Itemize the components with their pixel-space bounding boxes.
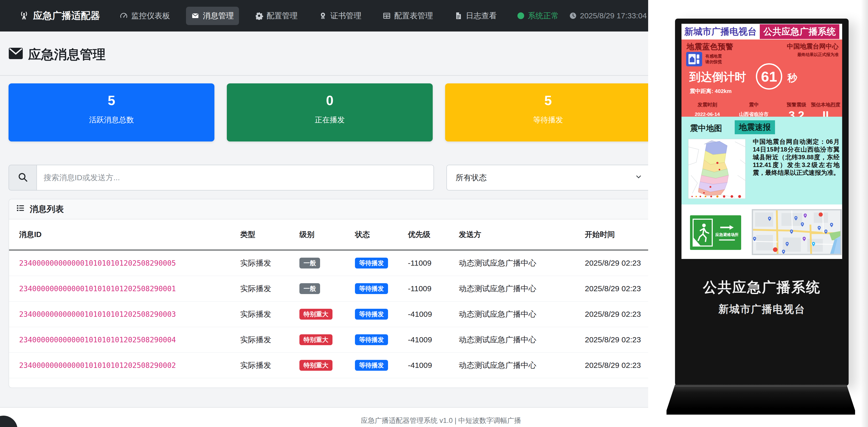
cell-type: 实际播发: [240, 360, 300, 371]
list-icon: [16, 203, 25, 215]
stat-value: 0: [326, 94, 334, 107]
alert-tip-icon: [686, 52, 702, 66]
cell-sender: 动态测试应急广播中心: [459, 335, 585, 345]
status-filter-select[interactable]: 所有状态: [446, 165, 648, 191]
epicenter-map-title: 震中地图: [690, 123, 722, 134]
footer-text: 应急广播适配器管理系统 v1.0 | 中短波数字调幅广播: [361, 416, 521, 425]
nav-label: 配置表管理: [394, 10, 433, 21]
kiosk-body: 新城市广播电视台 公共应急广播系统 地震蓝色预警 中国地震台网中心 最终结果以正…: [675, 19, 848, 386]
cell-priority: -11009: [408, 284, 459, 293]
col-header-id: 消息ID: [19, 230, 240, 240]
system-status-label: 系统正常: [528, 10, 559, 21]
message-list-panel: 消息列表 消息ID 类型 级别 状态 优先级 发送方 开始时间 23400000…: [8, 199, 648, 388]
street-map: [752, 209, 842, 255]
cell-start-time: 2025/8/29 02:23: [585, 361, 648, 370]
page-title: 应急消息管理: [8, 46, 106, 63]
epicenter-map: [688, 139, 746, 199]
sign-corner-wedge: [693, 238, 700, 245]
kiosk-stand-title: 公共应急广播系统: [675, 278, 848, 297]
photo-edge-shade: [861, 0, 868, 427]
certificate-icon: [319, 11, 327, 20]
kiosk-system-title: 公共应急广播系统: [760, 24, 839, 39]
cell-sender: 动态测试应急广播中心: [459, 284, 585, 294]
cell-type: 实际播发: [240, 309, 300, 320]
status-badge: 等待播发: [355, 334, 388, 345]
page-title-text: 应急消息管理: [28, 46, 106, 63]
table-row[interactable]: 234000000000000101010101202508290005 实际播…: [9, 251, 648, 276]
table-row[interactable]: 234000000000000101010101202508290002 实际播…: [9, 353, 648, 378]
nav-item-logs[interactable]: 日志查看: [449, 7, 502, 25]
emergency-shelter-sign: 应急避难场所: [690, 215, 741, 250]
cell-sender: 动态测试应急广播中心: [459, 360, 585, 371]
message-list-header: 消息列表: [9, 199, 648, 220]
col-header-start: 开始时间: [585, 230, 648, 240]
nav-item-config-tables[interactable]: 配置表管理: [377, 7, 438, 25]
alert-col-label: 震中: [735, 101, 773, 108]
level-badge: 特别重大: [300, 334, 333, 345]
stat-card-broadcasting: 0 正在播发: [227, 84, 433, 141]
status-badge: 等待播发: [355, 309, 388, 320]
col-header-sender: 发送方: [459, 230, 585, 240]
table-header-row: 消息ID 类型 级别 状态 优先级 发送方 开始时间: [9, 220, 648, 251]
search-addon: [8, 165, 36, 191]
dashboard-icon: [120, 11, 128, 20]
chevron-down-icon: [635, 173, 643, 183]
system-status: 系统正常: [518, 10, 559, 21]
cell-start-time: 2025/8/29 02:23: [585, 335, 648, 344]
search-group: [8, 165, 434, 191]
envelope-title-icon: [8, 47, 23, 62]
stat-label: 正在播发: [315, 115, 345, 125]
alert-col-label: 发震时刻: [689, 101, 725, 108]
file-text-icon: [454, 11, 462, 20]
alert-tip-text: 有感地震 请勿惊慌: [705, 54, 722, 65]
status-badge: 等待播发: [355, 283, 388, 294]
message-id-link[interactable]: 234000000000000101010101202508290005: [19, 259, 176, 267]
earthquake-alert-section: 地震蓝色预警 中国地震台网中心 最终结果以正式报为准: [681, 39, 842, 117]
nav-item-dashboard[interactable]: 监控仪表板: [115, 7, 175, 25]
table-row[interactable]: 234000000000000101010101202508290004 实际播…: [9, 327, 648, 353]
alert-title: 地震蓝色预警: [687, 41, 733, 52]
screenshot-root: 应急广播适配器 监控仪表板 消息管理: [0, 0, 868, 427]
status-filter-value: 所有状态: [456, 172, 487, 183]
nav-label: 消息管理: [203, 10, 234, 21]
countdown-value: 61: [756, 63, 782, 90]
alert-tip-line2: 请勿惊慌: [705, 59, 722, 65]
navbar-clock: 2025/8/29 17:33:04: [569, 11, 647, 20]
alert-agency-note: 最终结果以正式报为准: [787, 52, 839, 58]
running-man-icon: [692, 219, 713, 247]
col-header-priority: 优先级: [408, 230, 459, 240]
alert-agency: 中国地震台网中心 最终结果以正式报为准: [787, 42, 839, 58]
broadcast-tower-icon: [19, 11, 29, 21]
level-badge: 一般: [300, 283, 320, 294]
table-icon: [382, 11, 391, 20]
message-id-link[interactable]: 234000000000000101010101202508290004: [19, 336, 176, 344]
evacuation-section: 应急避难场所: [681, 204, 842, 259]
message-id-link[interactable]: 234000000000000101010101202508290002: [19, 361, 176, 370]
clock-icon: [569, 12, 577, 20]
kiosk-screen-header: 新城市广播电视台 公共应急广播系统: [681, 24, 842, 39]
nav-item-config[interactable]: 配置管理: [250, 7, 303, 25]
nav-item-messages[interactable]: 消息管理: [186, 7, 239, 25]
app-brand[interactable]: 应急广播适配器: [19, 9, 100, 22]
kiosk-stand-subtitle: 新城市广播电视台: [675, 302, 848, 316]
shelter-sign-text: 应急避难场所: [715, 232, 739, 237]
alert-agency-name: 中国地震台网中心: [787, 42, 839, 51]
cell-type: 实际播发: [240, 284, 300, 294]
message-id-link[interactable]: 234000000000000101010101202508290001: [19, 285, 176, 293]
stat-card-active-total: 5 活跃消息总数: [8, 84, 214, 141]
nav-item-certificates[interactable]: 证书管理: [314, 7, 367, 25]
stat-cards: 5 活跃消息总数 0 正在播发 5 等待播发: [8, 84, 648, 141]
shelter-sign-subtext: [719, 239, 735, 240]
gear-icon: [255, 11, 263, 20]
top-navbar: 应急广播适配器 监控仪表板 消息管理: [0, 0, 648, 32]
cell-priority: -41009: [408, 310, 459, 319]
table-row[interactable]: 234000000000000101010101202508290003 实际播…: [9, 301, 648, 327]
level-badge: 特别重大: [300, 360, 333, 371]
table-row[interactable]: 234000000000000101010101202508290001 实际播…: [9, 276, 648, 301]
nav-label: 配置管理: [267, 10, 298, 21]
search-icon: [17, 172, 28, 184]
col-header-type: 类型: [240, 230, 300, 240]
search-input[interactable]: [36, 165, 434, 191]
col-header-status: 状态: [355, 230, 408, 240]
message-id-link[interactable]: 234000000000000101010101202508290003: [19, 310, 176, 319]
